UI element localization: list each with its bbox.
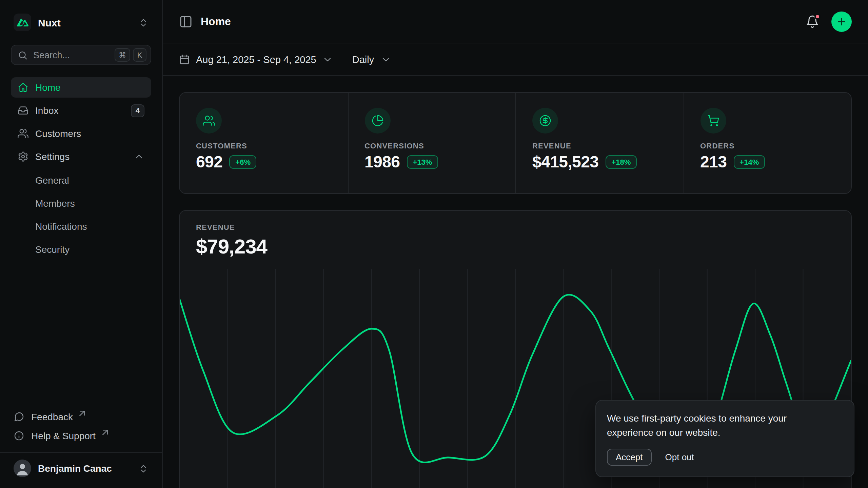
chevron-up-icon [134,151,144,162]
stat-delta-badge: +18% [605,155,637,169]
sidebar-item-security[interactable]: Security [11,240,151,259]
workspace-name: Nuxt [38,17,61,28]
stat-icon-chip [364,108,390,134]
plus-icon [836,16,847,27]
sidebar-item-inbox[interactable]: Inbox 4 [11,100,151,121]
header-actions [806,11,852,32]
sidebar-item-members[interactable]: Members [11,194,151,213]
stat-value: 213 [700,152,727,171]
gear-icon [18,151,28,162]
filters-toolbar: Aug 21, 2025 - Sep 4, 2025 Daily [163,43,868,76]
sidebar-footer: Feedback Help & Support Benjamin Canac [11,407,151,477]
person-icon [14,460,31,477]
kbd-k: K [133,48,146,62]
stat-label: ORDERS [700,142,835,150]
stat-value: $415,523 [532,152,598,171]
sidebar-item-general[interactable]: General [11,171,151,190]
chevrons-up-down-icon [138,17,149,27]
nuxt-logo-icon [17,17,28,28]
stat-delta-badge: +6% [229,155,257,169]
page-header: Home [163,0,868,43]
sidebar-item-label: Inbox [35,105,59,116]
revenue-label: REVENUE [196,223,835,231]
stat-card-revenue[interactable]: REVENUE $415,523 +18% [515,93,683,193]
sidebar-item-customers[interactable]: Customers [11,123,151,144]
interval-label: Daily [352,54,374,65]
search-input[interactable]: Search... ⌘ K [11,45,151,65]
interval-select[interactable]: Daily [352,54,391,65]
date-range-label: Aug 21, 2025 - Sep 4, 2025 [196,54,316,65]
external-link-icon [100,427,111,438]
stat-label: CONVERSIONS [364,142,499,150]
stat-value: 1986 [364,152,400,171]
external-link-icon [77,408,88,419]
stat-icon-chip [700,108,726,134]
home-icon [18,82,28,93]
stat-value: 692 [196,152,222,171]
user-menu[interactable]: Benjamin Canac [11,453,151,477]
sidebar-item-label: Home [35,82,61,93]
chevrons-up-down-icon [138,463,149,473]
feedback-link[interactable]: Feedback [11,407,151,426]
sub-item-label: Security [35,244,70,255]
sidebar-item-home[interactable]: Home [11,77,151,98]
search-icon [18,50,28,60]
sidebar-item-settings[interactable]: Settings [11,146,151,167]
revenue-value: $79,234 [196,235,835,258]
chat-bubble-icon [14,411,24,422]
notifications-button[interactable] [806,15,819,28]
notification-dot [814,13,821,19]
stats-row: CUSTOMERS 692 +6% CONVERSIONS 1986 +13% [179,92,852,194]
stat-icon-chip [196,108,222,134]
revenue-card-header: REVENUE $79,234 [180,211,851,258]
shopping-cart-icon [707,115,719,127]
sidebar-toggle-icon[interactable] [179,15,193,28]
inbox-icon [18,105,28,116]
chevron-down-icon [380,54,391,65]
sub-item-label: Members [35,198,75,209]
search-placeholder: Search... [33,50,70,60]
workspace-selector[interactable]: Nuxt [11,8,151,37]
circle-dollar-icon [539,115,551,127]
stat-card-conversions[interactable]: CONVERSIONS 1986 +13% [348,93,515,193]
sub-item-label: General [35,175,69,186]
add-button[interactable] [831,11,852,32]
info-circle-icon [14,430,24,441]
stat-icon-chip [532,108,558,134]
cookie-banner: We use first-party cookies to enhance yo… [595,400,854,477]
stat-delta-badge: +13% [407,155,438,169]
user-name: Benjamin Canac [38,463,112,474]
users-icon [18,128,28,139]
users-icon [203,115,215,127]
dashboard-app: Nuxt Search... ⌘ K Home Inbox 4 Cu [0,0,868,488]
date-range-picker[interactable]: Aug 21, 2025 - Sep 4, 2025 [179,54,333,65]
sidebar-item-label: Settings [35,151,70,162]
avatar [14,460,31,477]
cookie-accept-button[interactable]: Accept [607,449,652,466]
chart-pie-icon [371,115,383,127]
sidebar-item-notifications[interactable]: Notifications [11,217,151,236]
nuxt-logo [14,14,31,31]
help-support-link[interactable]: Help & Support [11,426,151,445]
sidebar-item-label: Customers [35,128,81,139]
cookie-actions: Accept Opt out [607,449,843,466]
calendar-icon [179,54,190,65]
stat-label: REVENUE [532,142,667,150]
stat-card-customers[interactable]: CUSTOMERS 692 +6% [180,93,348,193]
sidebar: Nuxt Search... ⌘ K Home Inbox 4 Cu [0,0,163,488]
inbox-count-badge: 4 [131,104,144,117]
stat-label: CUSTOMERS [196,142,331,150]
page-title: Home [201,15,231,27]
cookie-optout-button[interactable]: Opt out [665,449,694,465]
footer-link-label: Help & Support [31,430,96,441]
chevron-down-icon [322,54,333,65]
search-kbd-hints: ⌘ K [115,48,146,62]
sub-item-label: Notifications [35,221,87,232]
sidebar-nav: Home Inbox 4 Customers Settings General … [11,77,151,259]
kbd-meta: ⌘ [115,48,130,62]
footer-link-label: Feedback [31,411,73,422]
cookie-message: We use first-party cookies to enhance yo… [607,411,835,441]
stat-delta-badge: +14% [733,155,765,169]
stat-card-orders[interactable]: ORDERS 213 +14% [683,93,851,193]
